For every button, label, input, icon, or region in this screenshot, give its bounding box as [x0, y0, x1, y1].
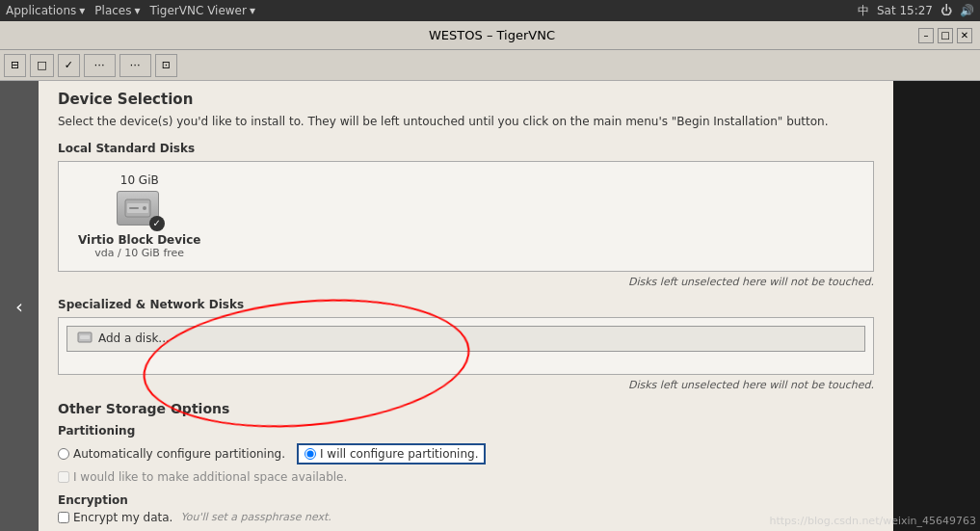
- nav-arrow-left[interactable]: ‹: [0, 81, 39, 531]
- add-disk-icon: [77, 331, 93, 347]
- toolbar-btn-3[interactable]: ✓: [58, 54, 80, 77]
- disks-note-2: Disks left unselected here will not be t…: [58, 379, 874, 391]
- installer-area: ‹ Device Selection Select the device(s) …: [0, 81, 980, 531]
- other-storage-options: Other Storage Options Partitioning Autom…: [58, 401, 874, 524]
- vnc-title: WESTOS – TigerVNC: [66, 28, 918, 42]
- toolbar-btn-2[interactable]: □: [30, 54, 53, 77]
- vnc-toolbar: ⊟ □ ✓ ⋯ ⋯ ⊡: [0, 50, 980, 81]
- toolbar-btn-4[interactable]: ⋯: [84, 54, 116, 77]
- vnc-minimize-button[interactable]: –: [918, 28, 934, 43]
- top-system-bar: Applications ▾ Places ▾ TigerVNC Viewer …: [0, 0, 980, 21]
- tigervnc-menu[interactable]: TigerVNC Viewer ▾: [150, 4, 255, 17]
- encryption-section: Encryption Encrypt my data. You'll set a…: [58, 493, 874, 524]
- disk-check-icon: ✓: [149, 216, 165, 231]
- applications-label: Applications: [6, 4, 76, 17]
- toolbar-btn-6[interactable]: ⊡: [155, 54, 177, 77]
- volume-icon: 🔊: [960, 4, 974, 17]
- top-bar-right: 中 Sat 15:27 ⏻ 🔊: [858, 3, 974, 19]
- tigervnc-arrow: ▾: [250, 4, 255, 17]
- specialized-disk-box: Add a disk...: [58, 317, 874, 375]
- disk-name: Virtio Block Device: [78, 233, 200, 247]
- auto-partition-radio[interactable]: [58, 448, 69, 460]
- places-label: Places: [94, 4, 131, 17]
- vnc-maximize-button[interactable]: □: [938, 28, 953, 43]
- section-title: Device Selection: [58, 91, 874, 108]
- toolbar-btn-1[interactable]: ⊟: [4, 54, 26, 77]
- auto-partition-label: Automatically configure partitioning.: [73, 447, 285, 461]
- disk-size: 10 GiB: [120, 173, 159, 187]
- encryption-option[interactable]: Encrypt my data. You'll set a passphrase…: [58, 511, 874, 524]
- time-display: Sat 15:27: [877, 4, 933, 17]
- applications-menu[interactable]: Applications ▾: [6, 4, 85, 17]
- tigervnc-label: TigerVNC Viewer: [150, 4, 247, 17]
- manual-partition-radio[interactable]: [305, 448, 316, 460]
- partitioning-label: Partitioning: [58, 424, 874, 438]
- toolbar-btn-5[interactable]: ⋯: [119, 54, 151, 77]
- make-space-option[interactable]: I would like to make additional space av…: [58, 470, 874, 484]
- disk-sub: vda / 10 GiB free: [94, 247, 184, 259]
- applications-arrow: ▾: [79, 4, 85, 17]
- vnc-controls: – □ ✕: [918, 28, 972, 43]
- disks-note-1: Disks left unselected here will not be t…: [58, 276, 874, 288]
- installer-content: Device Selection Select the device(s) yo…: [39, 81, 893, 531]
- section-desc: Select the device(s) you'd like to insta…: [58, 114, 874, 130]
- power-icon: ⏻: [940, 4, 952, 17]
- add-disk-button[interactable]: Add a disk...: [66, 326, 865, 352]
- svg-rect-5: [80, 335, 90, 339]
- manual-partition-label: I will configure partitioning.: [320, 447, 478, 461]
- specialized-label: Specialized & Network Disks: [58, 298, 874, 311]
- top-bar-left: Applications ▾ Places ▾ TigerVNC Viewer …: [6, 4, 255, 17]
- disk-item[interactable]: 10 GiB ✓ Virtio B: [66, 170, 212, 263]
- local-disks-label: Local Standard Disks: [58, 142, 874, 155]
- watermark: https://blog.csdn.net/weixin_45649763: [769, 515, 976, 527]
- places-menu[interactable]: Places ▾: [94, 4, 140, 17]
- right-panel: [893, 81, 980, 531]
- svg-rect-3: [129, 207, 139, 209]
- svg-point-2: [143, 206, 146, 210]
- encrypt-checkbox[interactable]: [58, 512, 69, 523]
- disk-icon: ✓: [117, 191, 163, 229]
- encrypt-note: You'll set a passphrase next.: [180, 511, 331, 523]
- make-space-label: I would like to make additional space av…: [73, 470, 347, 484]
- encryption-title: Encryption: [58, 493, 874, 507]
- manual-partition-option[interactable]: I will configure partitioning.: [297, 443, 486, 465]
- hdd-svg: [123, 196, 152, 221]
- make-space-checkbox[interactable]: [58, 471, 69, 483]
- vnc-close-button[interactable]: ✕: [957, 28, 972, 43]
- vnc-titlebar: WESTOS – TigerVNC – □ ✕: [0, 21, 980, 50]
- encrypt-label: Encrypt my data.: [73, 511, 172, 524]
- network-icon: 中: [858, 3, 869, 19]
- auto-partition-option[interactable]: Automatically configure partitioning.: [58, 447, 285, 461]
- partitioning-radio-group: Automatically configure partitioning. I …: [58, 443, 874, 465]
- add-disk-label: Add a disk...: [98, 332, 170, 345]
- local-disk-box: 10 GiB ✓ Virtio B: [58, 161, 874, 272]
- vnc-window: WESTOS – TigerVNC – □ ✕ ⊟ □ ✓ ⋯ ⋯ ⊡ ‹ De…: [0, 21, 980, 531]
- places-arrow: ▾: [135, 4, 141, 17]
- other-storage-title: Other Storage Options: [58, 401, 874, 416]
